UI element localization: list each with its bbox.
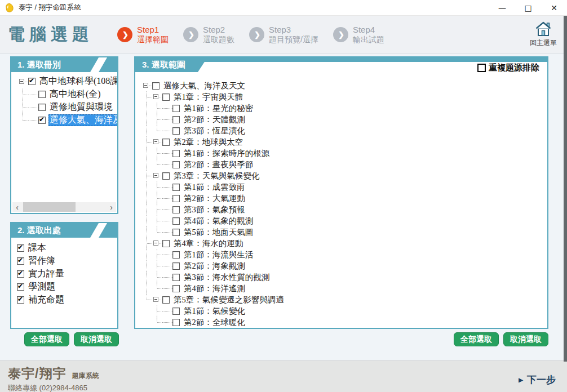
- checkbox[interactable]: [152, 82, 160, 90]
- panel-books-header: 1. 選取冊別: [11, 57, 117, 72]
- deselect-all-button[interactable]: 取消選取: [503, 332, 548, 346]
- checkbox[interactable]: [28, 78, 36, 85]
- checkbox[interactable]: [162, 93, 170, 101]
- scope-tree-item[interactable]: 第4節：海洋遙測: [135, 283, 546, 294]
- scope-tree-item[interactable]: 第1節：海流與生活: [135, 249, 546, 260]
- maximize-button[interactable]: □: [515, 0, 541, 15]
- checkbox[interactable]: [162, 296, 170, 304]
- checkbox[interactable]: [17, 283, 24, 291]
- next-step-button[interactable]: ▶ 下一步: [519, 373, 556, 386]
- tree-item-label: 選修大氣、海洋及天文: [162, 81, 246, 91]
- checkbox[interactable]: [17, 244, 24, 252]
- checkbox[interactable]: [172, 105, 180, 112]
- scope-tree-item[interactable]: 第1節：氣候變化: [135, 305, 546, 317]
- expander-icon[interactable]: [19, 79, 24, 84]
- expander-icon[interactable]: [153, 94, 158, 99]
- checkbox[interactable]: [172, 116, 180, 123]
- panel-select-books: 1. 選取冊別 高中地球科學(108課綱) 高中地科(全) 選修地質與環境: [10, 56, 118, 214]
- expander-icon[interactable]: [143, 83, 148, 88]
- checkbox[interactable]: [172, 195, 180, 202]
- header-wedge-decoration: [88, 223, 108, 238]
- scroll-right-arrow[interactable]: ›: [107, 202, 116, 212]
- checkbox[interactable]: [172, 127, 180, 135]
- source-item[interactable]: 課本: [11, 242, 117, 255]
- checkbox[interactable]: [162, 240, 170, 247]
- book-tree-item[interactable]: 高中地球科學(108課綱): [11, 75, 117, 88]
- scope-tree-item[interactable]: 第2節：晝夜與季節: [135, 159, 546, 170]
- scope-tree-item[interactable]: 第2節：海象觀測: [135, 260, 546, 271]
- scope-tree-item[interactable]: 第2節：全球暖化: [135, 317, 546, 328]
- scrollbar-thumb[interactable]: [23, 202, 76, 212]
- close-button[interactable]: ✕: [541, 0, 567, 15]
- checkbox[interactable]: [172, 206, 180, 213]
- step-label: 題目預覽/選擇: [269, 35, 318, 44]
- expander-icon[interactable]: [153, 139, 158, 144]
- window-scrollbar[interactable]: [564, 16, 567, 362]
- scope-tree-item[interactable]: 第2章：地球與太空: [135, 136, 546, 148]
- scope-tree-item[interactable]: 第3節：恆星演化: [135, 125, 546, 136]
- checkbox[interactable]: [172, 308, 180, 315]
- expander-icon[interactable]: [153, 297, 158, 302]
- select-all-button[interactable]: 全部選取: [24, 332, 69, 346]
- scope-tree-item[interactable]: 第3章：天氣與氣候變化: [135, 170, 546, 181]
- scope-tree-item[interactable]: 第1節：成雲致雨: [135, 181, 546, 193]
- book-tree-item[interactable]: 高中地科(全): [11, 88, 117, 101]
- checkbox[interactable]: [38, 91, 46, 98]
- scope-tree-item[interactable]: 第4節：氣象的觀測: [135, 215, 546, 226]
- checkbox[interactable]: [17, 270, 24, 278]
- tree-item-label: 第1節：成雲致雨: [183, 182, 246, 193]
- checkbox[interactable]: [38, 117, 46, 124]
- tree-item-label: 第3章：天氣與氣候變化: [172, 171, 260, 181]
- scope-tree-item[interactable]: 第5節：地面天氣圖: [135, 226, 546, 238]
- select-all-button[interactable]: 全部選取: [454, 332, 499, 346]
- scope-tree-item[interactable]: 第1節：探索時序的根源: [135, 148, 546, 159]
- expander-icon[interactable]: [153, 240, 158, 246]
- expander-icon[interactable]: [153, 173, 158, 178]
- scope-tree-item[interactable]: 第3節：氣象預報: [135, 204, 546, 215]
- checkbox[interactable]: [172, 229, 180, 236]
- scope-tree-item[interactable]: 選修大氣、海洋及天文: [135, 80, 546, 91]
- checkbox[interactable]: [172, 217, 180, 225]
- wizard-step[interactable]: ❯ Step3 題目預覽/選擇: [249, 25, 318, 43]
- checkbox[interactable]: [162, 139, 170, 146]
- scope-tree-item[interactable]: 第2節：大氣運動: [135, 193, 546, 204]
- source-item[interactable]: 習作簿: [11, 255, 117, 268]
- minimize-button[interactable]: —: [489, 0, 515, 15]
- scope-tree-item[interactable]: 第4章：海水的運動: [135, 238, 546, 249]
- checkbox[interactable]: [162, 172, 170, 180]
- scrollbar-track[interactable]: [22, 202, 107, 212]
- panel-select-sources: 2. 選取出處 課本 習作簿 實力評量: [10, 222, 118, 329]
- scope-tree-item[interactable]: 第1章：宇宙與天體: [135, 91, 546, 103]
- book-tree-item[interactable]: 選修地質與環境: [11, 101, 117, 114]
- horizontal-scrollbar[interactable]: ‹ ›: [12, 202, 116, 212]
- checkbox[interactable]: [172, 262, 180, 270]
- checkbox[interactable]: [172, 274, 180, 281]
- source-item[interactable]: 學測題: [11, 280, 117, 293]
- checkbox[interactable]: [172, 319, 180, 326]
- checkbox[interactable]: [17, 296, 24, 304]
- checkbox[interactable]: [38, 104, 46, 111]
- checkbox[interactable]: [172, 251, 180, 259]
- dedupe-option[interactable]: 重複題源排除: [477, 63, 539, 73]
- wizard-step[interactable]: ❯ Step2 選取題數: [183, 25, 234, 43]
- wizard-step[interactable]: ❯ Step4 輸出試題: [333, 25, 384, 43]
- checkbox[interactable]: [172, 285, 180, 292]
- deselect-all-button[interactable]: 取消選取: [74, 332, 119, 346]
- dedupe-checkbox[interactable]: [477, 64, 486, 72]
- wizard-step[interactable]: ❯ Step1 選擇範圍: [117, 25, 169, 43]
- source-item[interactable]: 實力評量: [11, 268, 117, 280]
- book-tree: 高中地球科學(108課綱) 高中地科(全) 選修地質與環境 選修大氣、海洋及天文: [11, 75, 117, 127]
- book-tree-item[interactable]: 選修大氣、海洋及天文: [11, 114, 117, 127]
- scope-tree-item[interactable]: 第5章：氣候變遷之影響與調適: [135, 294, 546, 305]
- checkbox[interactable]: [17, 257, 24, 265]
- checkbox[interactable]: [172, 161, 180, 168]
- source-item[interactable]: 補充命題: [11, 293, 117, 306]
- home-button[interactable]: 回主選單: [530, 21, 557, 48]
- scope-tree-item[interactable]: 第3節：海水性質的觀測: [135, 271, 546, 283]
- scope-tree-item[interactable]: 第2節：天體觀測: [135, 114, 546, 125]
- scope-tree-item[interactable]: 第1節：星光的秘密: [135, 103, 546, 114]
- scroll-left-arrow[interactable]: ‹: [12, 202, 22, 212]
- tree-item-label: 第3節：氣象預報: [183, 204, 246, 215]
- checkbox[interactable]: [172, 184, 180, 191]
- checkbox[interactable]: [172, 150, 180, 157]
